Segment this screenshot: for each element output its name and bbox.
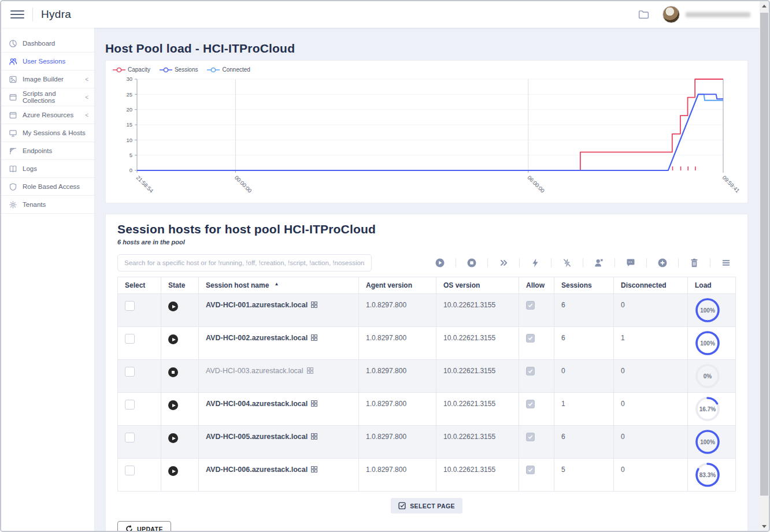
agent-version: 1.0.8297.800: [359, 294, 436, 327]
toolbar-separator: [519, 258, 520, 267]
sidebar-item-endpoints[interactable]: Endpoints: [1, 142, 94, 160]
column-header-state[interactable]: State: [161, 277, 199, 294]
hosts-section-title: Session hosts for host pool HCI-ITProClo…: [117, 222, 736, 236]
user-avatar[interactable]: [662, 6, 680, 23]
session-hosts-table: SelectStateSession host name▲Agent versi…: [117, 277, 736, 492]
more-actions-icon[interactable]: [716, 255, 736, 270]
svg-text:06:00:00: 06:00:00: [526, 174, 546, 194]
svg-text:15: 15: [126, 121, 132, 128]
row-select-checkbox[interactable]: [125, 367, 135, 377]
restart-host-icon[interactable]: [494, 255, 513, 270]
my-sessions-icon: [9, 129, 17, 137]
sidebar-item-dashboard[interactable]: Dashboard: [1, 35, 94, 53]
hamburger-menu-icon[interactable]: [10, 10, 24, 18]
legend-label: Capacity: [128, 66, 150, 73]
sidebar-item-user-sessions[interactable]: User Sessions: [1, 53, 94, 70]
delete-host-icon[interactable]: [684, 255, 704, 270]
column-header-disconnected[interactable]: Disconnected: [614, 277, 688, 294]
hosts-toolbar: [430, 255, 736, 270]
toolbar-separator: [551, 258, 551, 267]
sidebar-item-scripts-and-collections[interactable]: Scripts and Collections<: [1, 88, 94, 106]
os-version: 10.0.22621.3155: [436, 360, 519, 393]
load-cell: 100%: [688, 426, 735, 459]
disconnected-count: 1: [614, 327, 688, 360]
state-stopped-icon: [168, 367, 178, 377]
chevron-collapsed-icon: <: [85, 94, 88, 101]
disconnected-count: 0: [614, 393, 688, 426]
apps-grid-icon[interactable]: [311, 400, 317, 408]
send-message-icon[interactable]: [621, 255, 641, 270]
drain-mode-off-icon[interactable]: [557, 255, 577, 270]
sidebar-item-label: Logs: [23, 165, 37, 172]
scroll-up-button[interactable]: [760, 1, 769, 10]
svg-text:0%: 0%: [704, 373, 712, 380]
scripts-collections-icon: [9, 93, 17, 102]
agent-version: 1.0.8297.800: [359, 426, 436, 459]
sidebar-item-label: Azure Resources: [23, 111, 73, 118]
allow-checkbox-checked-disabled: [526, 466, 535, 474]
apps-grid-icon[interactable]: [311, 302, 317, 310]
host-pool-load-chart-card: CapacitySessionsConnected 05101520253021…: [105, 60, 748, 203]
svg-text:25: 25: [126, 91, 132, 98]
sidebar-item-label: Scripts and Collections: [23, 90, 80, 104]
vertical-scrollbar[interactable]: [760, 1, 769, 531]
load-donut: 16.7%: [695, 396, 720, 422]
sidebar-item-image-builder[interactable]: Image Builder<: [1, 70, 94, 88]
start-host-icon[interactable]: [430, 255, 450, 270]
svg-text:83.3%: 83.3%: [699, 472, 716, 478]
sidebar-item-my-sessions-hosts[interactable]: My Sessions & Hosts: [1, 124, 94, 142]
agent-version: 1.0.8297.800: [359, 393, 436, 426]
sidebar-item-role-based-access[interactable]: Role Based Access: [1, 178, 94, 196]
svg-text:20: 20: [126, 106, 132, 113]
load-cell: 16.7%: [688, 393, 735, 426]
column-header-session-host-name[interactable]: Session host name▲: [199, 277, 359, 294]
apps-grid-icon[interactable]: [311, 466, 317, 474]
apps-grid-icon[interactable]: [311, 334, 317, 343]
sidebar-item-label: Tenants: [23, 201, 46, 208]
row-select-checkbox[interactable]: [125, 301, 135, 311]
os-version: 10.0.22621.3155: [436, 327, 519, 360]
legend-item-capacity[interactable]: Capacity: [113, 66, 150, 73]
chart-section-title: Host Pool load - HCI-ITProCloud: [105, 42, 748, 55]
scroll-down-button[interactable]: [760, 522, 769, 531]
row-select-checkbox[interactable]: [125, 433, 135, 442]
scrollbar-thumb[interactable]: [760, 13, 768, 496]
state-running-icon: [168, 400, 178, 410]
toolbar-separator: [456, 258, 456, 267]
load-donut: 100%: [695, 330, 720, 356]
update-button[interactable]: UPDATE: [117, 521, 171, 531]
legend-item-sessions[interactable]: Sessions: [160, 66, 198, 73]
legend-label: Sessions: [175, 66, 198, 73]
legend-item-connected[interactable]: Connected: [207, 66, 250, 73]
row-select-checkbox[interactable]: [125, 466, 135, 475]
add-host-icon[interactable]: [653, 255, 672, 270]
column-header-agent-version[interactable]: Agent version: [359, 277, 436, 294]
allow-checkbox-checked-disabled: [526, 400, 535, 408]
column-header-select[interactable]: Select: [118, 277, 161, 294]
apps-grid-icon[interactable]: [307, 367, 313, 375]
column-header-sessions[interactable]: Sessions: [554, 277, 614, 294]
drain-mode-on-icon[interactable]: [525, 255, 545, 270]
agent-version: 1.0.8297.800: [359, 360, 436, 393]
column-header-os-version[interactable]: OS version: [436, 277, 519, 294]
folder-icon[interactable]: [638, 9, 650, 21]
username-redacted: [686, 12, 750, 17]
allow-checkbox-checked-disabled: [526, 334, 535, 343]
sidebar-item-tenants[interactable]: Tenants: [1, 196, 94, 214]
load-cell: 83.3%: [688, 459, 735, 491]
row-select-checkbox[interactable]: [125, 334, 135, 344]
toolbar-separator: [646, 258, 647, 267]
logoff-users-icon[interactable]: [589, 255, 609, 270]
sidebar-item-logs[interactable]: Logs: [1, 160, 94, 178]
legend-marker-icon: [113, 67, 125, 73]
host-search-input[interactable]: [117, 254, 372, 271]
state-running-icon: [168, 433, 178, 443]
column-header-load[interactable]: Load: [688, 277, 735, 294]
select-page-button[interactable]: SELECT PAGE: [391, 498, 462, 514]
column-header-allow[interactable]: Allow: [519, 277, 554, 294]
apps-grid-icon[interactable]: [311, 433, 317, 441]
load-cell: 100%: [688, 294, 735, 327]
stop-host-icon[interactable]: [462, 255, 482, 270]
row-select-checkbox[interactable]: [125, 400, 135, 410]
sidebar-item-azure-resources[interactable]: Azure Resources<: [1, 106, 94, 124]
